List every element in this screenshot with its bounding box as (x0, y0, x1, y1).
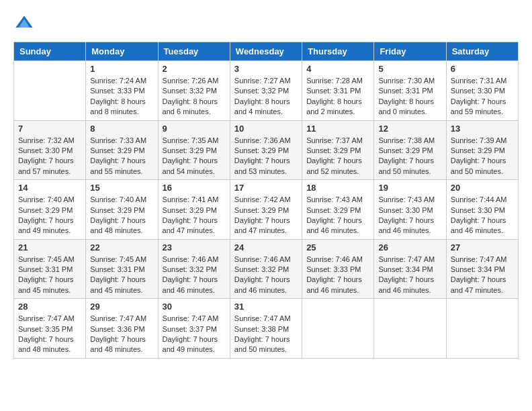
day-info: Sunrise: 7:41 AMSunset: 3:29 PMDaylight:… (163, 195, 226, 236)
day-info: Sunrise: 7:46 AMSunset: 3:32 PMDaylight:… (163, 255, 226, 296)
day-number: 24 (234, 242, 298, 253)
page-header (13, 13, 519, 35)
day-number: 14 (18, 183, 81, 193)
calendar-cell: 3Sunrise: 7:27 AMSunset: 3:32 PMDaylight… (230, 61, 302, 121)
day-number: 10 (234, 124, 298, 134)
calendar-week-1: 1Sunrise: 7:24 AMSunset: 3:33 PMDaylight… (14, 61, 519, 121)
calendar-cell: 13Sunrise: 7:39 AMSunset: 3:29 PMDayligh… (446, 120, 518, 180)
calendar-cell: 30Sunrise: 7:47 AMSunset: 3:37 PMDayligh… (158, 299, 230, 359)
day-info: Sunrise: 7:46 AMSunset: 3:33 PMDaylight:… (306, 255, 369, 296)
day-number: 23 (163, 242, 226, 253)
calendar-cell: 4Sunrise: 7:28 AMSunset: 3:31 PMDaylight… (302, 61, 374, 121)
day-info: Sunrise: 7:30 AMSunset: 3:31 PMDaylight:… (378, 76, 441, 118)
calendar-cell: 20Sunrise: 7:44 AMSunset: 3:30 PMDayligh… (446, 180, 518, 240)
calendar-cell: 22Sunrise: 7:45 AMSunset: 3:31 PMDayligh… (86, 239, 158, 299)
calendar-cell: 17Sunrise: 7:42 AMSunset: 3:29 PMDayligh… (230, 180, 302, 240)
weekday-header-tuesday: Tuesday (158, 42, 230, 61)
calendar-cell: 11Sunrise: 7:37 AMSunset: 3:29 PMDayligh… (302, 120, 374, 180)
day-info: Sunrise: 7:43 AMSunset: 3:30 PMDaylight:… (378, 195, 441, 236)
day-info: Sunrise: 7:33 AMSunset: 3:29 PMDaylight:… (90, 136, 153, 177)
calendar-cell: 16Sunrise: 7:41 AMSunset: 3:29 PMDayligh… (158, 180, 230, 240)
day-number: 6 (451, 64, 514, 74)
day-info: Sunrise: 7:47 AMSunset: 3:37 PMDaylight:… (163, 314, 226, 355)
day-number: 7 (18, 124, 81, 134)
day-number: 1 (90, 64, 153, 74)
day-number: 18 (306, 183, 369, 193)
day-number: 15 (90, 183, 153, 193)
day-number: 9 (163, 124, 226, 134)
day-info: Sunrise: 7:47 AMSunset: 3:35 PMDaylight:… (18, 314, 81, 355)
calendar-cell (374, 299, 446, 359)
calendar-cell: 2Sunrise: 7:26 AMSunset: 3:32 PMDaylight… (158, 61, 230, 121)
calendar-cell (302, 299, 374, 359)
calendar-cell: 8Sunrise: 7:33 AMSunset: 3:29 PMDaylight… (86, 120, 158, 180)
day-info: Sunrise: 7:42 AMSunset: 3:29 PMDaylight:… (234, 195, 298, 236)
calendar-cell: 23Sunrise: 7:46 AMSunset: 3:32 PMDayligh… (158, 239, 230, 299)
calendar-cell: 15Sunrise: 7:40 AMSunset: 3:29 PMDayligh… (86, 180, 158, 240)
calendar-cell: 9Sunrise: 7:35 AMSunset: 3:29 PMDaylight… (158, 120, 230, 180)
calendar-cell (446, 299, 518, 359)
day-number: 11 (306, 124, 369, 134)
day-info: Sunrise: 7:45 AMSunset: 3:31 PMDaylight:… (90, 255, 153, 296)
calendar-cell: 28Sunrise: 7:47 AMSunset: 3:35 PMDayligh… (14, 299, 86, 359)
calendar-cell: 5Sunrise: 7:30 AMSunset: 3:31 PMDaylight… (374, 61, 446, 121)
weekday-header-wednesday: Wednesday (230, 42, 302, 61)
day-info: Sunrise: 7:43 AMSunset: 3:29 PMDaylight:… (306, 195, 369, 236)
calendar-table: SundayMondayTuesdayWednesdayThursdayFrid… (13, 42, 519, 359)
weekday-header-saturday: Saturday (446, 42, 518, 61)
day-number: 17 (234, 183, 298, 193)
day-number: 29 (90, 302, 153, 312)
day-info: Sunrise: 7:32 AMSunset: 3:30 PMDaylight:… (18, 136, 81, 177)
weekday-header-monday: Monday (86, 42, 158, 61)
day-number: 25 (306, 242, 369, 253)
calendar-cell: 7Sunrise: 7:32 AMSunset: 3:30 PMDaylight… (14, 120, 86, 180)
generalblue-logo-icon (15, 13, 34, 32)
weekday-header-sunday: Sunday (14, 42, 86, 61)
day-number: 3 (234, 64, 298, 74)
calendar-cell: 31Sunrise: 7:47 AMSunset: 3:38 PMDayligh… (230, 299, 302, 359)
logo (13, 13, 34, 35)
weekday-header-thursday: Thursday (302, 42, 374, 61)
day-number: 21 (18, 242, 81, 253)
day-info: Sunrise: 7:35 AMSunset: 3:29 PMDaylight:… (163, 136, 226, 177)
calendar-header-row: SundayMondayTuesdayWednesdayThursdayFrid… (14, 42, 519, 61)
day-info: Sunrise: 7:47 AMSunset: 3:34 PMDaylight:… (451, 255, 514, 296)
calendar-cell: 26Sunrise: 7:47 AMSunset: 3:34 PMDayligh… (374, 239, 446, 299)
calendar-cell: 21Sunrise: 7:45 AMSunset: 3:31 PMDayligh… (14, 239, 86, 299)
day-info: Sunrise: 7:36 AMSunset: 3:29 PMDaylight:… (234, 136, 298, 177)
day-info: Sunrise: 7:27 AMSunset: 3:32 PMDaylight:… (234, 76, 298, 118)
day-info: Sunrise: 7:38 AMSunset: 3:29 PMDaylight:… (378, 136, 441, 177)
calendar-cell: 25Sunrise: 7:46 AMSunset: 3:33 PMDayligh… (302, 239, 374, 299)
calendar-cell: 1Sunrise: 7:24 AMSunset: 3:33 PMDaylight… (86, 61, 158, 121)
day-number: 31 (234, 302, 298, 312)
day-info: Sunrise: 7:40 AMSunset: 3:29 PMDaylight:… (90, 195, 153, 236)
calendar-week-2: 7Sunrise: 7:32 AMSunset: 3:30 PMDaylight… (14, 120, 519, 180)
calendar-cell: 19Sunrise: 7:43 AMSunset: 3:30 PMDayligh… (374, 180, 446, 240)
day-info: Sunrise: 7:31 AMSunset: 3:30 PMDaylight:… (451, 76, 514, 118)
calendar-cell: 10Sunrise: 7:36 AMSunset: 3:29 PMDayligh… (230, 120, 302, 180)
weekday-header-friday: Friday (374, 42, 446, 61)
day-number: 2 (163, 64, 226, 74)
day-info: Sunrise: 7:47 AMSunset: 3:36 PMDaylight:… (90, 314, 153, 355)
calendar-cell (14, 61, 86, 121)
day-number: 19 (378, 183, 441, 193)
day-number: 22 (90, 242, 153, 253)
day-number: 26 (378, 242, 441, 253)
day-number: 28 (18, 302, 81, 312)
day-number: 13 (451, 124, 514, 134)
calendar-week-5: 28Sunrise: 7:47 AMSunset: 3:35 PMDayligh… (14, 299, 519, 359)
calendar-cell: 24Sunrise: 7:46 AMSunset: 3:32 PMDayligh… (230, 239, 302, 299)
day-number: 4 (306, 64, 369, 74)
day-info: Sunrise: 7:26 AMSunset: 3:32 PMDaylight:… (163, 76, 226, 118)
day-info: Sunrise: 7:28 AMSunset: 3:31 PMDaylight:… (306, 76, 369, 118)
calendar-cell: 18Sunrise: 7:43 AMSunset: 3:29 PMDayligh… (302, 180, 374, 240)
calendar-cell: 12Sunrise: 7:38 AMSunset: 3:29 PMDayligh… (374, 120, 446, 180)
day-info: Sunrise: 7:40 AMSunset: 3:29 PMDaylight:… (18, 195, 81, 236)
day-info: Sunrise: 7:39 AMSunset: 3:29 PMDaylight:… (451, 136, 514, 177)
calendar-cell: 6Sunrise: 7:31 AMSunset: 3:30 PMDaylight… (446, 61, 518, 121)
day-number: 30 (163, 302, 226, 312)
day-info: Sunrise: 7:24 AMSunset: 3:33 PMDaylight:… (90, 76, 153, 118)
day-number: 12 (378, 124, 441, 134)
day-info: Sunrise: 7:47 AMSunset: 3:34 PMDaylight:… (378, 255, 441, 296)
day-number: 8 (90, 124, 153, 134)
